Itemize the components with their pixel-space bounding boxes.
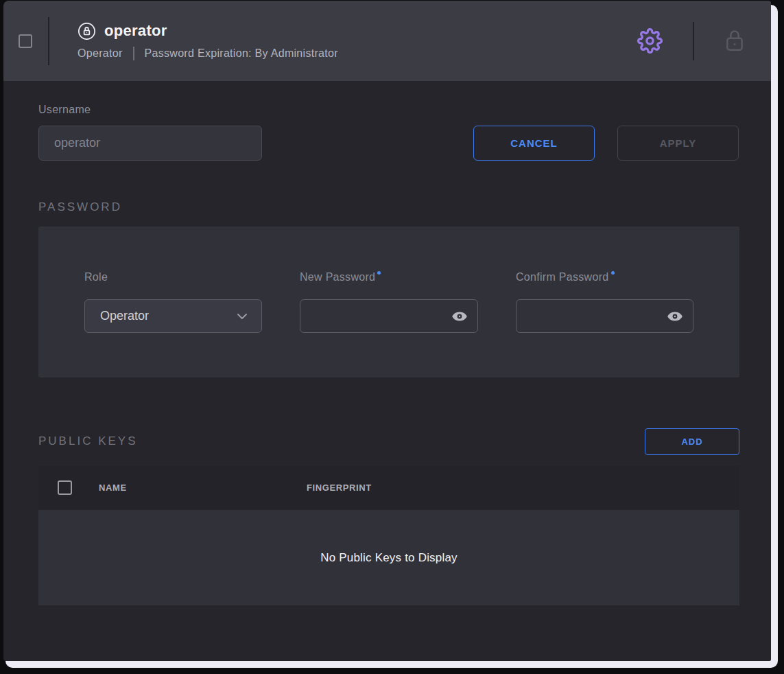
user-detail-panel: operator Operator Password Expiration: B… — [3, 1, 771, 661]
confirm-password-label: Confirm Password — [516, 271, 615, 283]
public-keys-table: NAME FINGERPRINT No Public Keys to Displ… — [38, 466, 739, 605]
user-role-text: Operator — [78, 47, 123, 60]
header-divider — [48, 17, 49, 65]
header-divider — [693, 22, 694, 60]
user-title-block: operator Operator Password Expiration: B… — [78, 22, 338, 60]
username-input[interactable] — [38, 126, 262, 161]
confirm-password-input[interactable] — [516, 300, 667, 332]
password-expiration-text: Password Expiration: By Administrator — [145, 47, 338, 60]
settings-button[interactable] — [637, 28, 663, 54]
user-lock-circle-icon — [78, 22, 96, 40]
lock-user-button[interactable] — [724, 29, 745, 53]
eye-icon — [667, 308, 683, 325]
user-row-header: operator Operator Password Expiration: B… — [3, 1, 771, 81]
chevron-down-icon — [237, 313, 248, 320]
required-dot-icon — [377, 271, 381, 275]
public-keys-section-heading: PUBLIC KEYS — [38, 434, 138, 448]
column-header-name: NAME — [99, 483, 127, 493]
table-header-row: NAME FINGERPRINT — [38, 466, 739, 510]
eye-icon — [451, 308, 468, 325]
subtitle-divider — [133, 47, 134, 60]
password-section-heading: PASSWORD — [38, 200, 122, 214]
row-select-checkbox[interactable] — [19, 34, 32, 48]
confirm-password-field — [516, 299, 693, 333]
column-header-fingerprint: FINGERPRINT — [307, 483, 372, 493]
empty-state-message: No Public Keys to Display — [320, 551, 458, 565]
empty-state-row: No Public Keys to Display — [38, 510, 739, 605]
padlock-icon — [724, 29, 745, 53]
role-selected-value: Operator — [100, 309, 149, 323]
page-title: operator — [104, 22, 167, 40]
required-dot-icon — [611, 271, 615, 275]
add-public-key-button[interactable]: ADD — [645, 428, 739, 455]
password-card: Role Operator New Password — [38, 226, 739, 377]
username-label: Username — [38, 104, 91, 116]
show-password-button[interactable] — [451, 308, 477, 325]
gear-icon — [637, 28, 663, 54]
role-label: Role — [84, 271, 108, 283]
cancel-button[interactable]: CANCEL — [473, 126, 595, 161]
show-password-button[interactable] — [667, 308, 693, 325]
select-all-checkbox[interactable] — [58, 480, 72, 495]
new-password-label: New Password — [300, 271, 381, 283]
new-password-input[interactable] — [300, 300, 451, 332]
user-subtitle: Operator Password Expiration: By Adminis… — [78, 47, 338, 60]
new-password-field — [300, 299, 478, 333]
apply-button[interactable]: APPLY — [617, 126, 739, 161]
role-select[interactable]: Operator — [84, 299, 262, 333]
